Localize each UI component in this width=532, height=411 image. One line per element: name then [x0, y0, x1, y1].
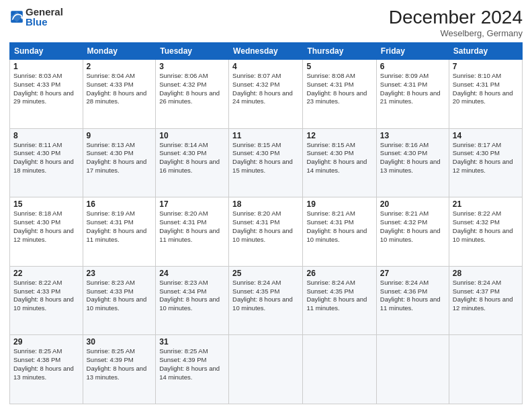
calendar-cell: 22Sunrise: 8:22 AMSunset: 4:33 PMDayligh…: [10, 266, 83, 335]
calendar-header-row: SundayMondayTuesdayWednesdayThursdayFrid…: [10, 43, 523, 60]
calendar-cell: 25Sunrise: 8:24 AMSunset: 4:35 PMDayligh…: [229, 266, 303, 335]
calendar-cell: 13Sunrise: 8:16 AMSunset: 4:30 PMDayligh…: [376, 128, 449, 197]
calendar-cell: 3Sunrise: 8:06 AMSunset: 4:32 PMDaylight…: [156, 60, 229, 129]
calendar-cell: 4Sunrise: 8:07 AMSunset: 4:32 PMDaylight…: [229, 60, 303, 129]
calendar-cell: 16Sunrise: 8:19 AMSunset: 4:31 PMDayligh…: [83, 197, 156, 267]
logo: General Blue: [9, 7, 63, 27]
day-info: Sunrise: 8:23 AMSunset: 4:33 PMDaylight:…: [87, 279, 152, 313]
week-row-4: 22Sunrise: 8:22 AMSunset: 4:33 PMDayligh…: [10, 266, 523, 335]
day-info: Sunrise: 8:10 AMSunset: 4:31 PMDaylight:…: [453, 72, 519, 106]
logo-text: General Blue: [26, 7, 63, 27]
day-number: 16: [87, 199, 152, 209]
day-info: Sunrise: 8:11 AMSunset: 4:30 PMDaylight:…: [13, 141, 79, 175]
calendar-cell: 23Sunrise: 8:23 AMSunset: 4:33 PMDayligh…: [83, 266, 156, 335]
day-info: Sunrise: 8:14 AMSunset: 4:30 PMDaylight:…: [159, 141, 225, 175]
calendar-cell: 26Sunrise: 8:24 AMSunset: 4:35 PMDayligh…: [303, 266, 376, 335]
day-info: Sunrise: 8:06 AMSunset: 4:32 PMDaylight:…: [159, 72, 225, 106]
calendar-cell: 21Sunrise: 8:22 AMSunset: 4:32 PMDayligh…: [449, 197, 522, 267]
calendar-cell: 19Sunrise: 8:21 AMSunset: 4:31 PMDayligh…: [303, 197, 376, 267]
day-info: Sunrise: 8:19 AMSunset: 4:31 PMDaylight:…: [87, 210, 152, 244]
day-header-sunday: Sunday: [10, 43, 83, 60]
day-number: 24: [159, 269, 225, 278]
calendar-cell: 10Sunrise: 8:14 AMSunset: 4:30 PMDayligh…: [156, 128, 229, 197]
day-number: 18: [232, 199, 299, 209]
day-header-wednesday: Wednesday: [229, 43, 303, 60]
day-info: Sunrise: 8:25 AMSunset: 4:38 PMDaylight:…: [13, 347, 79, 381]
day-number: 22: [13, 269, 79, 278]
day-info: Sunrise: 8:24 AMSunset: 4:35 PMDaylight:…: [306, 279, 372, 313]
calendar-cell: 20Sunrise: 8:21 AMSunset: 4:32 PMDayligh…: [376, 197, 449, 267]
day-number: 2: [87, 62, 152, 71]
day-info: Sunrise: 8:04 AMSunset: 4:33 PMDaylight:…: [87, 72, 152, 106]
logo-blue-text: Blue: [26, 17, 63, 27]
day-number: 8: [13, 131, 79, 140]
day-info: Sunrise: 8:15 AMSunset: 4:30 PMDaylight:…: [306, 141, 372, 175]
day-info: Sunrise: 8:23 AMSunset: 4:34 PMDaylight:…: [159, 279, 225, 313]
day-number: 3: [159, 62, 225, 71]
day-number: 1: [13, 62, 79, 71]
day-info: Sunrise: 8:21 AMSunset: 4:32 PMDaylight:…: [380, 210, 445, 244]
logo-icon: [9, 9, 24, 24]
day-number: 21: [453, 199, 519, 209]
day-info: Sunrise: 8:25 AMSunset: 4:39 PMDaylight:…: [159, 347, 225, 381]
day-number: 4: [232, 62, 299, 71]
title-block: December 2024 Weselberg, Germany: [389, 7, 523, 38]
day-number: 25: [232, 269, 299, 278]
day-info: Sunrise: 8:20 AMSunset: 4:31 PMDaylight:…: [232, 210, 299, 244]
day-number: 11: [232, 131, 299, 140]
day-info: Sunrise: 8:24 AMSunset: 4:35 PMDaylight:…: [232, 279, 299, 313]
day-info: Sunrise: 8:22 AMSunset: 4:32 PMDaylight:…: [453, 210, 519, 244]
day-info: Sunrise: 8:24 AMSunset: 4:36 PMDaylight:…: [380, 279, 445, 313]
day-number: 6: [380, 62, 445, 71]
day-header-friday: Friday: [376, 43, 449, 60]
calendar-cell: 17Sunrise: 8:20 AMSunset: 4:31 PMDayligh…: [156, 197, 229, 267]
calendar-cell: [449, 335, 522, 404]
day-number: 19: [306, 199, 372, 209]
logo-general-text: General: [26, 7, 63, 17]
day-number: 20: [380, 199, 445, 209]
calendar-cell: 30Sunrise: 8:25 AMSunset: 4:39 PMDayligh…: [83, 335, 156, 404]
day-number: 27: [380, 269, 445, 278]
calendar-cell: 7Sunrise: 8:10 AMSunset: 4:31 PMDaylight…: [449, 60, 522, 129]
calendar-cell: 31Sunrise: 8:25 AMSunset: 4:39 PMDayligh…: [156, 335, 229, 404]
day-number: 29: [13, 337, 79, 347]
day-info: Sunrise: 8:21 AMSunset: 4:31 PMDaylight:…: [306, 210, 372, 244]
day-info: Sunrise: 8:17 AMSunset: 4:30 PMDaylight:…: [453, 141, 519, 175]
day-number: 30: [87, 337, 152, 347]
week-row-2: 8Sunrise: 8:11 AMSunset: 4:30 PMDaylight…: [10, 128, 523, 197]
day-info: Sunrise: 8:13 AMSunset: 4:30 PMDaylight:…: [87, 141, 152, 175]
day-info: Sunrise: 8:20 AMSunset: 4:31 PMDaylight:…: [159, 210, 225, 244]
calendar-cell: 1Sunrise: 8:03 AMSunset: 4:33 PMDaylight…: [10, 60, 83, 129]
calendar-cell: 8Sunrise: 8:11 AMSunset: 4:30 PMDaylight…: [10, 128, 83, 197]
location: Weselberg, Germany: [389, 28, 523, 38]
calendar-cell: 18Sunrise: 8:20 AMSunset: 4:31 PMDayligh…: [229, 197, 303, 267]
calendar-cell: 24Sunrise: 8:23 AMSunset: 4:34 PMDayligh…: [156, 266, 229, 335]
calendar-cell: 2Sunrise: 8:04 AMSunset: 4:33 PMDaylight…: [83, 60, 156, 129]
week-row-3: 15Sunrise: 8:18 AMSunset: 4:30 PMDayligh…: [10, 197, 523, 267]
calendar-cell: 6Sunrise: 8:09 AMSunset: 4:31 PMDaylight…: [376, 60, 449, 129]
calendar-cell: [303, 335, 376, 404]
day-header-tuesday: Tuesday: [156, 43, 229, 60]
calendar-cell: 9Sunrise: 8:13 AMSunset: 4:30 PMDaylight…: [83, 128, 156, 197]
calendar-table: SundayMondayTuesdayWednesdayThursdayFrid…: [9, 42, 523, 404]
calendar-cell: [376, 335, 449, 404]
calendar-cell: 14Sunrise: 8:17 AMSunset: 4:30 PMDayligh…: [449, 128, 522, 197]
header: General Blue December 2024 Weselberg, Ge…: [9, 7, 523, 38]
day-info: Sunrise: 8:08 AMSunset: 4:31 PMDaylight:…: [306, 72, 372, 106]
day-number: 10: [159, 131, 225, 140]
day-info: Sunrise: 8:16 AMSunset: 4:30 PMDaylight:…: [380, 141, 445, 175]
day-info: Sunrise: 8:07 AMSunset: 4:32 PMDaylight:…: [232, 72, 299, 106]
day-info: Sunrise: 8:25 AMSunset: 4:39 PMDaylight:…: [87, 347, 152, 381]
day-number: 5: [306, 62, 372, 71]
day-number: 7: [453, 62, 519, 71]
day-info: Sunrise: 8:22 AMSunset: 4:33 PMDaylight:…: [13, 279, 79, 313]
calendar-cell: 29Sunrise: 8:25 AMSunset: 4:38 PMDayligh…: [10, 335, 83, 404]
day-info: Sunrise: 8:03 AMSunset: 4:33 PMDaylight:…: [13, 72, 79, 106]
day-info: Sunrise: 8:15 AMSunset: 4:30 PMDaylight:…: [232, 141, 299, 175]
day-header-saturday: Saturday: [449, 43, 522, 60]
week-row-5: 29Sunrise: 8:25 AMSunset: 4:38 PMDayligh…: [10, 335, 523, 404]
week-row-1: 1Sunrise: 8:03 AMSunset: 4:33 PMDaylight…: [10, 60, 523, 129]
day-info: Sunrise: 8:09 AMSunset: 4:31 PMDaylight:…: [380, 72, 445, 106]
day-header-monday: Monday: [83, 43, 156, 60]
calendar-cell: 11Sunrise: 8:15 AMSunset: 4:30 PMDayligh…: [229, 128, 303, 197]
